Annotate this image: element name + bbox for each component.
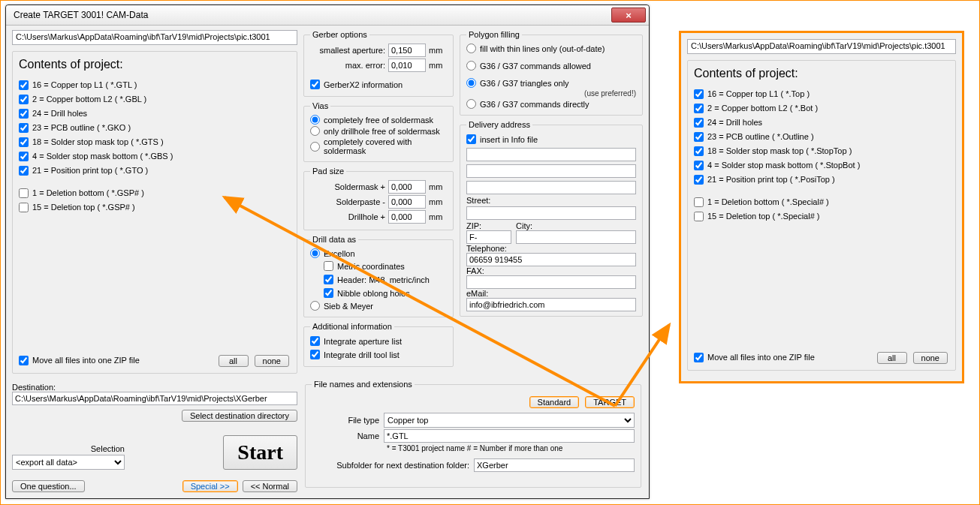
tel-input[interactable] [466,253,636,266]
callout-contents-heading: Contents of project: [694,67,949,80]
layer-label: 21 = Position print top ( *.GTO ) [32,166,148,175]
layer-checkbox[interactable] [694,212,704,221]
zip-input[interactable] [466,230,511,244]
layer-checkbox[interactable] [19,80,29,90]
addr-line1[interactable] [466,148,636,161]
callout-none-button[interactable]: none [913,352,948,364]
gerberx2-checkbox[interactable] [310,80,320,89]
layer-label: 1 = Deletion bottom ( *.Special# ) [707,197,829,206]
name-input[interactable] [384,429,635,443]
zip-checkbox[interactable] [19,356,29,365]
special-button[interactable]: Special >> [182,480,238,492]
callout-zip-checkbox[interactable] [694,353,704,362]
header-checkbox[interactable] [324,275,333,284]
callout-path[interactable]: C:\Users\Markus\AppData\Roaming\ibf\TarV… [687,39,956,54]
vias-free-radio[interactable] [310,115,320,125]
close-button[interactable]: × [611,8,646,23]
layer-checkbox[interactable] [694,89,704,99]
layer-label: 18 = Solder stop mask top ( *.StopTop ) [707,146,852,155]
layer-checkbox[interactable] [19,203,29,212]
callout-panel: C:\Users\Markus\AppData\Roaming\ibf\TarV… [679,31,964,383]
layer-label: 1 = Deletion bottom ( *.GSP# ) [32,188,144,197]
callout-all-button[interactable]: all [877,352,907,364]
padsize-group: Pad size Soldermask +mm Solderpaste -mm … [303,167,454,230]
filenames-group: File names and extensions Standard TARGE… [305,380,641,488]
polyfill-direct-radio[interactable] [466,99,476,109]
soldermask-input[interactable] [388,180,426,194]
layer-checkbox[interactable] [694,104,704,113]
insert-info-checkbox[interactable] [466,134,476,144]
additional-info-group: Additional information Integrate apertur… [303,322,454,367]
destination-input[interactable] [12,392,297,405]
layer-checkbox[interactable] [19,152,29,161]
solderpaste-input[interactable] [388,195,426,209]
layer-label: 15 = Deletion top ( *.GSP# ) [32,203,135,212]
layer-label: 18 = Solder stop mask top ( *.GTS ) [32,137,164,146]
layer-label: 23 = PCB outline ( *.Outline ) [707,132,814,141]
layer-row: 16 = Copper top L1 ( *.Top ) [694,87,949,101]
delivery-group: Delivery address insert in Info file Str… [460,120,643,317]
start-button[interactable]: Start [223,435,297,470]
window-title: Create TARGET 3001! CAM-Data [9,10,611,20]
metric-checkbox[interactable] [324,261,333,271]
layer-row: 2 = Copper bottom L2 ( *.GBL ) [19,92,291,106]
one-question-button[interactable]: One question... [12,480,85,492]
city-input[interactable] [516,230,636,244]
vias-drillhole-radio[interactable] [310,126,320,136]
nibble-checkbox[interactable] [324,288,333,298]
contents-group: Contents of project: 16 = Copper top L1 … [12,51,297,374]
layer-label: 4 = Solder stop mask bottom ( *.GBS ) [32,152,173,161]
layer-checkbox[interactable] [19,166,29,176]
layer-row: 1 = Deletion bottom ( *.Special# ) [694,195,949,209]
max-error-input[interactable] [388,59,426,72]
layer-row: 21 = Position print top ( *.GTO ) [19,164,291,177]
select-dest-button[interactable]: Select destination directory [182,410,297,422]
layer-row: 1 = Deletion bottom ( *.GSP# ) [19,186,291,200]
all-button[interactable]: all [219,355,249,367]
fax-input[interactable] [466,275,636,289]
layer-checkbox[interactable] [19,109,29,119]
project-path[interactable]: C:\Users\Markus\AppData\Roaming\ibf\TarV… [12,30,297,45]
polyfill-allowed-radio[interactable] [466,61,476,71]
street-input[interactable] [466,206,636,220]
addr-line2[interactable] [466,164,636,178]
layer-checkbox[interactable] [19,123,29,133]
layer-checkbox[interactable] [19,137,29,147]
none-button[interactable]: none [255,355,289,367]
layer-checkbox[interactable] [694,118,704,128]
sieb-radio[interactable] [310,301,320,311]
layer-checkbox[interactable] [694,175,704,185]
subfolder-input[interactable] [474,458,635,472]
filetype-combo[interactable]: Copper top [384,413,635,428]
vias-covered-radio[interactable] [310,142,320,152]
layer-checkbox[interactable] [694,197,704,207]
normal-button[interactable]: << Normal [243,480,297,492]
layer-label: 15 = Deletion top ( *.Special# ) [707,212,820,221]
layer-checkbox[interactable] [694,146,704,156]
layer-row: 15 = Deletion top ( *.GSP# ) [19,200,291,214]
layer-row: 21 = Position print top ( *.PosiTop ) [694,173,949,186]
standard-button[interactable]: Standard [529,396,580,408]
addr-line3[interactable] [466,181,636,194]
polygon-fill-group: Polygon filling fill with thin lines onl… [460,30,643,116]
target-button[interactable]: TARGET [585,396,635,408]
layer-row: 2 = Copper bottom L2 ( *.Bot ) [694,101,949,115]
excellon-radio[interactable] [310,248,320,258]
selection-combo[interactable]: <export all data> [12,455,125,470]
drillhole-input[interactable] [388,210,426,224]
polyfill-thinlines-radio[interactable] [466,44,476,53]
contents-heading: Contents of project: [19,58,291,71]
layer-checkbox[interactable] [19,188,29,198]
layer-row: 24 = Drill holes [694,116,949,129]
layer-checkbox[interactable] [19,95,29,104]
drilltool-checkbox[interactable] [310,350,320,359]
layer-row: 23 = PCB outline ( *.Outline ) [694,130,949,143]
smallest-aperture-input[interactable] [388,44,426,57]
layer-checkbox[interactable] [694,132,704,142]
email-input[interactable] [466,298,636,311]
callout-contents-group: Contents of project: 16 = Copper top L1 … [687,60,956,371]
layer-checkbox[interactable] [694,161,704,170]
polyfill-triangles-radio[interactable] [466,78,476,88]
aperture-checkbox[interactable] [310,336,320,346]
layer-row: 23 = PCB outline ( *.GKO ) [19,121,291,134]
